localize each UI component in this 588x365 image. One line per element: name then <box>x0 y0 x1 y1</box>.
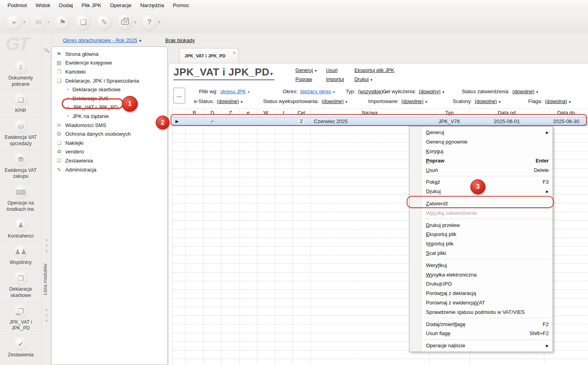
module-item[interactable]: ⇩Dokumenty pobrane <box>0 58 41 90</box>
filter-value-dropdown[interactable]: (wszystkie) <box>358 88 383 94</box>
more-options-button[interactable]: ... <box>173 88 185 103</box>
module-item[interactable]: ⌨Operacje na środkach trw. <box>0 182 41 215</box>
printer-button[interactable]: ▾ <box>117 14 136 30</box>
tree-item-administracja[interactable]: ✎Administracja <box>55 165 167 174</box>
menubar-item[interactable]: Narzędzia <box>136 1 168 10</box>
select-pointer-button[interactable]: ➢▾ <box>6 14 26 30</box>
chevron-down-icon[interactable]: ▾ <box>23 20 26 25</box>
tree-item-deklaracje-skarbowe[interactable]: •Deklaracje skarbowe <box>55 85 167 94</box>
module-item[interactable]: ❏KPiR <box>0 90 41 117</box>
collapse-chevron-icon[interactable]: < <box>42 307 52 312</box>
filter-value-dropdown[interactable]: okresu JPK <box>220 88 246 94</box>
module-item[interactable]: ✔Zestawienia <box>0 334 41 361</box>
module-item[interactable]: ⛁Ewidencja VAT sprzedaży <box>0 117 41 149</box>
chevron-down-icon[interactable]: ▾ <box>134 20 136 25</box>
action-link[interactable]: Popraw <box>295 77 312 82</box>
chevron-down-icon[interactable]: ▼ <box>536 90 539 94</box>
chevron-down-icon[interactable]: ▼ <box>568 100 571 104</box>
action-eksportuj-plik-jpk[interactable]: Eksportuj plik JPK <box>354 68 413 77</box>
menu-item-weryfikuj[interactable]: Weryfikuj <box>409 260 553 270</box>
chevron-down-icon[interactable]: ▾ <box>270 71 273 77</box>
menu-item-importuj-plik[interactable]: Importuj plik <box>409 239 553 249</box>
module-item[interactable]: ♟♟Wspólnicy <box>0 242 41 269</box>
collapse-chevron-icon[interactable]: < <box>42 312 52 318</box>
tree-item-deklaracje-jpk-i-sprawozdania[interactable]: ❑Deklaracje, JPK i Sprawozdania <box>55 76 167 85</box>
menu-item-drukuj-upo[interactable]: Drukuj UPO <box>409 279 553 289</box>
flag-button[interactable]: ⚑ <box>55 14 70 30</box>
menu-item-generuj[interactable]: Generuj▶ <box>409 128 553 137</box>
chevron-down-icon[interactable]: ▼ <box>442 90 445 94</box>
collapse-chevron-icon[interactable]: < <box>42 248 52 254</box>
lock-status-link[interactable]: Brak blokady <box>165 37 195 43</box>
filter-value-dropdown[interactable]: (dowolne) <box>217 98 239 104</box>
action-drukuj[interactable]: Drukuj▼ <box>354 77 413 86</box>
module-item[interactable]: ♟Kontrahenci <box>0 216 41 242</box>
tree-item-vendero[interactable]: ♻vendero <box>55 147 167 157</box>
module-item[interactable]: ↙SMSSMS Wiadomości robocze <box>0 361 41 365</box>
chevron-down-icon[interactable]: ▼ <box>425 100 428 104</box>
filter-value-dropdown[interactable]: (dowolne) <box>475 98 497 104</box>
menu-item-generuj-ponownie[interactable]: Generuj ponownie <box>409 137 553 147</box>
chevron-down-icon[interactable]: ▼ <box>345 100 348 104</box>
menu-item-sprawdzenie-statusu-podmiotu-w-vat-vies[interactable]: Sprawdzenie statusu podmiotu w VAT/VIES <box>409 307 553 317</box>
collapse-chevron-icon[interactable]: < <box>42 237 52 243</box>
menu-item-wysyłka-elektroniczna[interactable]: Wysyłka elektroniczna <box>409 270 553 279</box>
chevron-down-icon[interactable]: ▼ <box>498 100 501 104</box>
action-link[interactable]: Importuj <box>326 77 344 82</box>
collapse-chevron-icon[interactable]: < <box>42 318 52 323</box>
module-item[interactable]: ❐JPKJPK_VAT i JPK_PD <box>0 302 41 334</box>
menubar-item[interactable]: Dodaj <box>55 1 77 10</box>
menubar-item[interactable]: Pomoc <box>168 1 194 10</box>
action-generuj[interactable]: Generuj▼ <box>295 68 326 77</box>
tree-item-naklejki[interactable]: ❏Naklejki <box>55 138 167 147</box>
tree-item-strona-g-wna[interactable]: ⚑Strona główna <box>55 50 167 59</box>
menu-item-koryguj[interactable]: Koryguj <box>409 147 553 156</box>
menu-item-operacje-na-liście[interactable]: Operacje na liście▶ <box>409 341 553 350</box>
menu-item-usuń-flagę[interactable]: Usuń flagęShift+F2 <box>409 329 553 338</box>
filter-value-dropdown[interactable]: (dowolny) <box>419 88 441 94</box>
send-message-button[interactable]: ✉▾ <box>31 14 50 30</box>
action-usu-[interactable]: Usuń <box>326 68 354 77</box>
menu-item-usuń[interactable]: UsuńDelete <box>409 165 553 175</box>
edit-document-button[interactable]: ✎ <box>96 14 112 30</box>
filter-value-dropdown[interactable]: (dowolne) <box>512 88 535 94</box>
filter-value-dropdown[interactable]: (dowolna) <box>545 98 567 104</box>
menubar-item[interactable]: Plik JPK <box>77 1 105 10</box>
module-item[interactable]: ❐Deklaracje skarbowe <box>0 269 41 301</box>
menu-item-eksportuj-plik[interactable]: Eksportuj plik <box>409 230 553 239</box>
filter-value-dropdown[interactable]: (dowolne) <box>322 98 344 104</box>
pin-icon[interactable] <box>44 48 48 52</box>
collapse-chevrons[interactable]: <<< <box>42 307 52 323</box>
tab-jpk-vat[interactable]: JPK_VAT i JPK_PD × <box>179 48 239 63</box>
module-item[interactable]: ⛃Ewidencja VAT zakupu <box>0 150 41 182</box>
tree-item-wiadomo-ci-sms[interactable]: ✉Wiadomości SMS <box>55 121 167 130</box>
menu-item-porównaj-z-ewidencją-vat[interactable]: Porównaj z ewidencją VAT <box>409 298 553 308</box>
filter-value-dropdown[interactable]: bieżący okres <box>300 88 331 94</box>
menubar-item[interactable]: Operacje <box>106 1 136 10</box>
tree-item-kartoteki[interactable]: ❐Kartoteki <box>55 67 167 76</box>
filter-value-dropdown[interactable]: (dowolne) <box>402 98 424 104</box>
menubar-item[interactable]: Widok <box>31 1 55 10</box>
menubar-item[interactable]: Podmiot <box>3 1 31 10</box>
action-importuj[interactable]: Importuj <box>326 77 354 86</box>
action-link[interactable]: Generuj <box>295 68 313 73</box>
action-popraw[interactable]: Popraw <box>295 77 326 86</box>
menu-item-porównaj-z-deklaracją[interactable]: Porównaj z deklaracją <box>409 289 553 298</box>
close-icon[interactable]: × <box>232 50 236 56</box>
new-document-button[interactable]: ❏ <box>76 14 91 30</box>
collapse-chevrons[interactable]: <<< <box>42 237 52 254</box>
chevron-down-icon[interactable]: ▾ <box>159 20 161 25</box>
help-button[interactable]: ?▾ <box>142 14 161 30</box>
menu-item-popraw[interactable]: PoprawEnter <box>409 156 553 165</box>
chevron-down-icon[interactable]: ▼ <box>332 90 335 94</box>
accounting-period-selector[interactable]: Okres obrachunkowy - Rok 2025▼ <box>63 37 142 43</box>
tree-item-ewidencje-ksi-gowe[interactable]: ▤Ewidencje księgowe <box>55 59 167 68</box>
chevron-down-icon[interactable]: ▼ <box>247 90 250 94</box>
menu-item-dodaj-zmień-flagę[interactable]: Dodaj/zmień flagęF2 <box>409 319 553 329</box>
action-link[interactable]: Eksportuj plik JPK <box>354 68 394 73</box>
chevron-down-icon[interactable]: ▼ <box>240 100 243 104</box>
tree-item-ochrona-danych-osobowych[interactable]: ✪Ochrona danych osobowych <box>55 129 167 138</box>
menu-item-scal-pliki[interactable]: Scal pliki <box>409 249 553 258</box>
collapse-chevron-icon[interactable]: < <box>42 243 52 248</box>
chevron-down-icon[interactable]: ▾ <box>48 20 50 25</box>
